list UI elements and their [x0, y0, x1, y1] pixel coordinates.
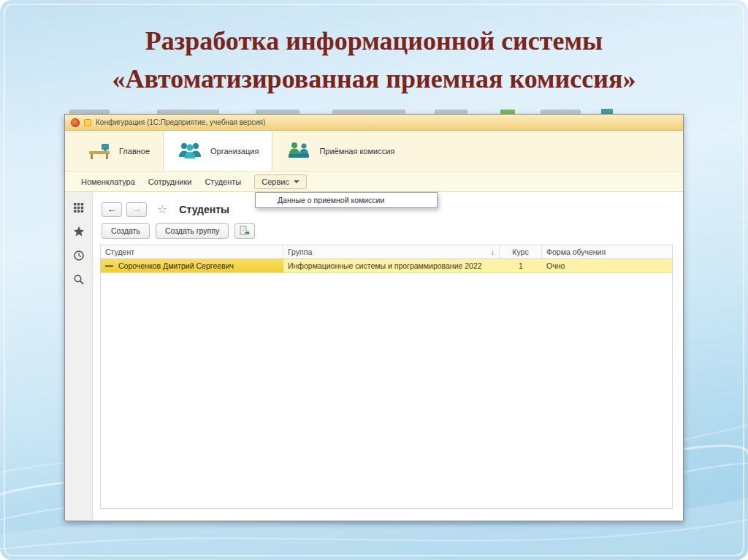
tab-organization-label: Организация: [210, 147, 259, 156]
cell-course[interactable]: 1: [500, 259, 542, 272]
forward-arrow-icon[interactable]: →: [126, 202, 147, 217]
star-icon[interactable]: [72, 225, 85, 238]
window-titlebar: Конфигурация (1С:Предприятие, учебная ве…: [65, 115, 683, 131]
column-header-group[interactable]: Группа ↓: [283, 245, 500, 258]
command-bar: Создать Создать группу: [93, 217, 683, 239]
add-document-icon: [239, 226, 251, 237]
column-header-education-form[interactable]: Форма обучения: [542, 245, 672, 258]
sort-desc-icon: ↓: [491, 248, 495, 256]
tab-main[interactable]: Главное: [74, 131, 163, 171]
tab-admission-committee[interactable]: Приёмная комиссия: [272, 131, 408, 171]
people-group-icon: [177, 140, 203, 162]
dropdown-item-admission-data[interactable]: Данные о приемной комиссии: [256, 193, 437, 207]
cell-student-text: Сороченков Дмитрий Сергеевич: [118, 261, 234, 270]
app-menu-icon[interactable]: [71, 118, 80, 127]
app-badge-icon: [84, 119, 91, 126]
presentation-slide: Разработка информационной системы «Автом…: [0, 0, 748, 560]
desk-icon: [87, 140, 112, 162]
column-header-group-label: Группа: [288, 248, 312, 256]
favorite-star-icon[interactable]: ☆: [157, 202, 167, 216]
section-tabs-panel: Главное Организация: [65, 131, 683, 172]
menu-item-service[interactable]: Сервис: [254, 174, 307, 189]
record-marker-icon: [105, 265, 113, 267]
app-window: Конфигурация (1С:Предприятие, учебная ве…: [64, 114, 684, 521]
menu-item-nomenclature[interactable]: Номенклатура: [81, 177, 135, 186]
cell-education-form[interactable]: Очно: [542, 259, 672, 272]
window-body: ← → ☆ Студенты Создать Создать группу: [65, 192, 683, 521]
menu-item-students[interactable]: Студенты: [205, 177, 241, 186]
column-header-student[interactable]: Студент: [101, 245, 283, 258]
slide-title-line2: «Автоматизированная приемная комиссия»: [0, 60, 748, 98]
chevron-down-icon: [294, 180, 299, 183]
search-icon[interactable]: [72, 273, 85, 286]
grid-icon[interactable]: [72, 201, 85, 214]
side-toolbar: [65, 192, 93, 521]
tab-main-label: Главное: [119, 147, 150, 156]
tab-admission-committee-label: Приёмная комиссия: [319, 147, 394, 156]
content-area: ← → ☆ Студенты Создать Создать группу: [93, 192, 683, 521]
service-dropdown-menu: Данные о приемной комиссии: [255, 192, 438, 208]
table-header-row: Студент Группа ↓ Курс Форма обучения: [101, 245, 672, 259]
slide-title-line1: Разработка информационной системы: [0, 22, 748, 60]
create-button[interactable]: Создать: [102, 223, 150, 239]
column-header-course[interactable]: Курс: [500, 245, 542, 258]
tab-organization[interactable]: Организация: [163, 131, 272, 171]
history-icon[interactable]: [72, 249, 85, 262]
slide-title: Разработка информационной системы «Автом…: [0, 22, 748, 98]
create-group-button[interactable]: Создать группу: [156, 223, 229, 239]
menu-bar: Номенклатура Сотрудники Студенты Сервис: [65, 172, 683, 192]
menu-item-employees[interactable]: Сотрудники: [148, 177, 192, 186]
add-document-button[interactable]: [234, 223, 255, 239]
page-title: Студенты: [179, 204, 229, 215]
back-arrow-icon[interactable]: ←: [102, 202, 122, 217]
menu-item-service-label: Сервис: [262, 177, 289, 186]
reception-desk-icon: [286, 140, 312, 162]
students-table: Студент Группа ↓ Курс Форма обучения Сор…: [100, 245, 673, 509]
table-row[interactable]: Сороченков Дмитрий Сергеевич Информацион…: [101, 259, 672, 273]
cell-student[interactable]: Сороченков Дмитрий Сергеевич: [101, 259, 283, 272]
cell-group[interactable]: Информационные системы и программировани…: [283, 259, 500, 272]
window-title: Конфигурация (1С:Предприятие, учебная ве…: [96, 118, 265, 126]
